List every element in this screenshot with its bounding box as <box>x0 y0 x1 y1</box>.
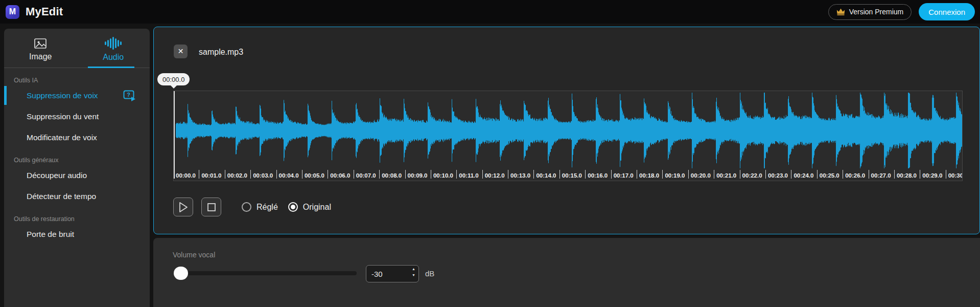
radio-regle[interactable]: Réglé <box>242 202 278 212</box>
ruler-time-label: 00:28.0 <box>897 172 917 179</box>
radio-regle-circle <box>242 202 251 212</box>
tutorial-video-icon[interactable]: ? <box>123 90 136 101</box>
sidebar-item-d-tecteur-de-tempo[interactable]: Détecteur de tempo <box>4 186 150 207</box>
ruler-cell: 00:11.0 <box>457 170 482 181</box>
ruler-cell: 00:06.0 <box>328 170 354 181</box>
ruler-time-label: 00:29.0 <box>922 172 942 179</box>
volume-panel: Volume vocal ▲ ▼ dB <box>153 238 980 307</box>
ruler-time-label: 00:02.0 <box>227 172 247 179</box>
ruler-cell: 00:08.0 <box>380 170 405 181</box>
ruler-time-label: 00:03.0 <box>253 172 273 179</box>
app-title: MyEdit <box>26 5 63 18</box>
ruler-time-label: 00:16.0 <box>588 172 608 179</box>
tab-audio-label: Audio <box>103 53 124 62</box>
image-icon <box>34 37 47 50</box>
ruler-cell: 00:20.0 <box>689 170 714 181</box>
ruler-time-label: 00:06.0 <box>330 172 350 179</box>
playhead[interactable] <box>174 91 175 179</box>
sidebar-item-label: Détecteur de tempo <box>27 192 96 201</box>
close-file-button[interactable]: ✕ <box>174 45 188 58</box>
app-brand[interactable]: M MyEdit <box>6 5 63 19</box>
ruler-time-label: 00:14.0 <box>536 172 556 179</box>
connexion-button[interactable]: Connexion <box>919 3 975 20</box>
ruler-time-label: 00:13.0 <box>510 172 530 179</box>
ruler-time-label: 00:09.0 <box>408 172 428 179</box>
ruler-cell: 00:16.0 <box>586 170 611 181</box>
volume-value-input[interactable] <box>366 265 419 282</box>
ruler-cell: 00:23.0 <box>766 170 791 181</box>
tab-image-label: Image <box>29 52 52 61</box>
ruler-time-label: 00:18.0 <box>639 172 659 179</box>
volume-unit-label: dB <box>425 269 434 278</box>
waveform-canvas[interactable] <box>174 91 962 170</box>
ruler-cell: 00:12.0 <box>483 170 508 181</box>
ruler-cell: 00:17.0 <box>612 170 637 181</box>
stop-icon <box>206 202 217 212</box>
stepper-up-icon[interactable]: ▲ <box>412 267 415 271</box>
ruler-cell: 00:02.0 <box>225 170 251 181</box>
ruler-time-label: 00:19.0 <box>665 172 685 179</box>
sidebar-item-suppression-de-voix[interactable]: Suppression de voix? <box>4 85 150 106</box>
ruler-cell: 00:30.0 <box>946 170 962 181</box>
ruler-cell: 00:29.0 <box>920 170 946 181</box>
volume-slider-thumb[interactable] <box>174 267 188 280</box>
ruler-time-label: 00:07.0 <box>356 172 376 179</box>
ruler-time-label: 00:15.0 <box>562 172 582 179</box>
ruler-time-label: 00:11.0 <box>459 172 478 179</box>
play-button[interactable] <box>173 198 193 216</box>
tabs-divider <box>4 68 150 68</box>
ruler-time-label: 00:24.0 <box>794 172 813 179</box>
main-area: ✕ sample.mp3 00:00.0 00:00.000:01.000:02… <box>153 24 980 307</box>
ruler-time-label: 00:30.0 <box>948 172 962 179</box>
stepper-down-icon[interactable]: ▼ <box>412 273 415 277</box>
ruler-time-label: 00:17.0 <box>614 172 634 179</box>
radio-original-circle <box>288 202 298 212</box>
ruler-cell: 00:21.0 <box>714 170 740 181</box>
radio-original-label: Original <box>303 203 331 212</box>
nav-section-title: Outils généraux <box>14 157 150 164</box>
sidebar-item-label: Suppression du vent <box>27 112 99 121</box>
waveform-container: 00:00.000:01.000:02.000:03.000:04.000:05… <box>173 91 963 181</box>
ruler-cell: 00:05.0 <box>302 170 328 181</box>
stop-button[interactable] <box>201 198 221 216</box>
topbar: M MyEdit Version Premium Connexion <box>0 0 980 24</box>
ruler-time-label: 00:25.0 <box>820 172 839 179</box>
tab-audio[interactable]: Audio <box>77 29 150 68</box>
sidebar-nav: Outils IASuppression de voix?Suppression… <box>4 77 150 245</box>
sidebar: Image Audio Outils IASuppression de voix… <box>4 29 150 307</box>
ruler-time-label: 00:22.0 <box>742 172 762 179</box>
ruler-time-label: 00:04.0 <box>279 172 299 179</box>
radio-regle-label: Réglé <box>256 203 278 212</box>
content: Image Audio Outils IASuppression de voix… <box>0 24 980 307</box>
version-premium-button[interactable]: Version Premium <box>828 4 912 20</box>
crown-icon <box>836 8 845 15</box>
audio-waveform-icon <box>105 37 122 50</box>
sidebar-item-d-coupeur-audio[interactable]: Découpeur audio <box>4 165 150 186</box>
ruler-cell: 00:25.0 <box>818 170 843 181</box>
sidebar-item-label: Modificateur de voix <box>27 133 97 142</box>
ruler-time-label: 00:21.0 <box>716 172 736 179</box>
ruler-cell: 00:04.0 <box>277 170 302 181</box>
sidebar-item-porte-de-bruit[interactable]: Porte de bruit <box>4 224 150 245</box>
ruler-cell: 00:00.0 <box>174 170 199 181</box>
playhead-time-tooltip: 00:00.0 <box>157 73 190 85</box>
version-premium-label: Version Premium <box>849 8 904 16</box>
ruler-time-label: 00:23.0 <box>768 172 788 179</box>
ruler-time-label: 00:10.0 <box>433 172 453 179</box>
volume-slider-track[interactable] <box>174 271 357 275</box>
radio-original[interactable]: Original <box>288 202 331 212</box>
ruler-cell: 00:27.0 <box>869 170 895 181</box>
playback-controls: Réglé Original <box>173 198 331 216</box>
sidebar-tabs: Image Audio <box>4 29 150 68</box>
ruler-time-label: 00:00.0 <box>176 172 196 179</box>
sidebar-item-label: Découpeur audio <box>27 171 87 180</box>
sidebar-item-modificateur-de-voix[interactable]: Modificateur de voix <box>4 127 150 148</box>
ruler-cell: 00:15.0 <box>560 170 586 181</box>
time-ruler[interactable]: 00:00.000:01.000:02.000:03.000:04.000:05… <box>174 170 962 181</box>
audio-editor-panel: ✕ sample.mp3 00:00.0 00:00.000:01.000:02… <box>153 27 980 234</box>
active-tab-underline <box>88 67 134 68</box>
tab-image[interactable]: Image <box>4 29 77 68</box>
close-icon: ✕ <box>178 47 184 55</box>
ruler-cell: 00:14.0 <box>534 170 559 181</box>
sidebar-item-suppression-du-vent[interactable]: Suppression du vent <box>4 106 150 127</box>
